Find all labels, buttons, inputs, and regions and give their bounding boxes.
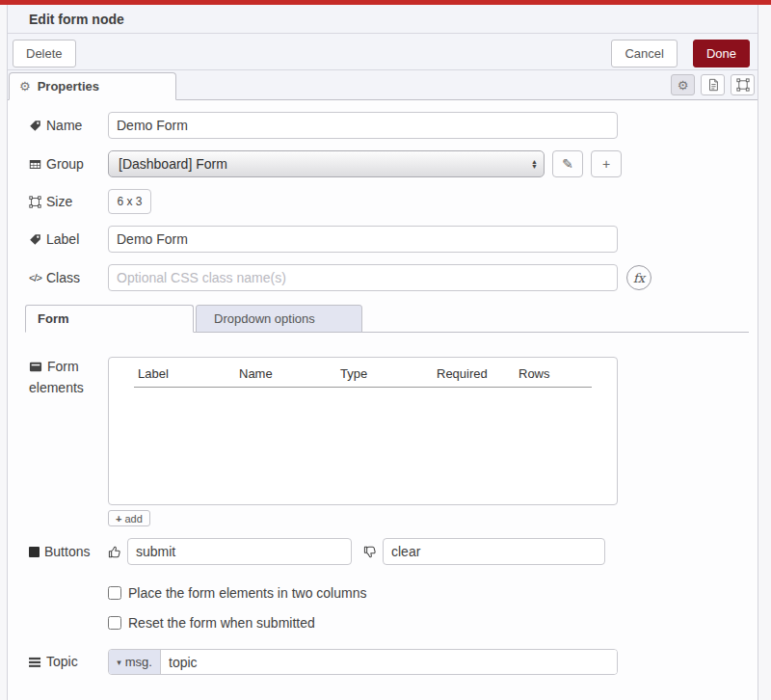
- class-input[interactable]: [108, 264, 618, 291]
- cancel-button[interactable]: Cancel: [611, 40, 677, 67]
- tag-icon: [29, 120, 41, 132]
- object-group-icon: [736, 78, 750, 92]
- topic-row: Topic ▾ msg.: [29, 649, 748, 675]
- column-header-required: Required: [437, 366, 518, 381]
- fx-icon: fx: [633, 271, 645, 285]
- edit-node-tray: Edit form node Delete Cancel Done ⚙ Prop…: [7, 5, 758, 700]
- name-label: Name: [29, 118, 108, 134]
- add-group-button[interactable]: +: [591, 150, 622, 177]
- gear-icon: ⚙: [19, 79, 31, 94]
- column-header-type: Type: [340, 366, 437, 381]
- form-elements-table-header: Label Name Type Required Rows: [109, 366, 617, 387]
- document-icon: [706, 78, 720, 92]
- column-header-label: Label: [138, 366, 239, 381]
- editor-mode-buttons: ⚙: [671, 74, 755, 95]
- form-elements-row: Form elements Label Name Type Required R…: [29, 357, 748, 526]
- form-elements-empty-list[interactable]: [109, 388, 617, 494]
- object-group-icon: [29, 196, 41, 208]
- reset-option: Reset the form when submitted: [108, 615, 748, 631]
- pencil-icon: ✎: [562, 156, 573, 172]
- column-header-name: Name: [239, 366, 340, 381]
- toolbar-right-group: Cancel Done: [611, 40, 750, 67]
- tab-properties[interactable]: ⚙ Properties: [9, 72, 176, 100]
- form-elements-editor: Label Name Type Required Rows + add: [108, 357, 618, 526]
- topic-input[interactable]: [161, 650, 617, 674]
- select-stepper-icon: ▲ ▼: [531, 159, 538, 169]
- description-button[interactable]: [701, 74, 725, 95]
- group-label: Group: [29, 156, 108, 173]
- reset-checkbox[interactable]: [108, 616, 121, 630]
- reset-label[interactable]: Reset the form when submitted: [128, 615, 315, 631]
- properties-gear-button[interactable]: ⚙: [671, 74, 695, 95]
- square-icon: [29, 547, 40, 557]
- form-elements-label: Form elements: [29, 359, 108, 396]
- form-tab-bar: Form Dropdown options: [25, 305, 749, 333]
- caret-down-icon: ▾: [117, 658, 121, 667]
- column-header-rows: Rows: [518, 366, 592, 381]
- gear-icon: ⚙: [678, 78, 689, 93]
- dialog-title: Edit form node: [8, 5, 758, 34]
- size-button[interactable]: 6 x 3: [108, 189, 151, 214]
- properties-panel: Name Group [Dashboard] Form: [8, 100, 758, 700]
- delete-button[interactable]: Delete: [13, 40, 76, 67]
- thumbs-up-icon: [108, 545, 122, 559]
- two-columns-option: Place the form elements in two columns: [108, 585, 748, 601]
- group-select[interactable]: [Dashboard] Form ▲ ▼: [108, 150, 545, 177]
- tab-form[interactable]: Form: [25, 305, 194, 333]
- name-input[interactable]: [108, 112, 618, 139]
- two-columns-checkbox[interactable]: [108, 586, 121, 600]
- label-input[interactable]: [108, 226, 618, 253]
- class-label: </> Class: [29, 270, 108, 286]
- tab-properties-label: Properties: [38, 79, 99, 94]
- dialog-tab-bar: ⚙ Properties ⚙: [8, 70, 758, 100]
- topic-type-selector[interactable]: ▾ msg.: [109, 650, 161, 674]
- table-icon: [29, 158, 41, 171]
- tag-icon: [29, 233, 41, 246]
- submit-button-text-input[interactable]: [127, 538, 352, 565]
- thumbs-down-icon: [363, 545, 378, 559]
- group-row: Group [Dashboard] Form ▲ ▼ ✎ +: [29, 150, 748, 177]
- topic-typed-input: ▾ msg.: [108, 649, 618, 675]
- name-row: Name: [29, 112, 748, 139]
- form-elements-table: Label Name Type Required Rows: [108, 357, 618, 505]
- label-label: Label: [29, 231, 108, 248]
- appearance-button[interactable]: [731, 74, 755, 95]
- dialog-toolbar: Delete Cancel Done: [8, 34, 758, 70]
- edit-group-button[interactable]: ✎: [552, 150, 583, 177]
- group-select-value: [Dashboard] Form: [119, 156, 531, 172]
- expression-fx-button[interactable]: fx: [626, 265, 651, 290]
- size-label: Size: [29, 194, 108, 210]
- label-row: Label: [29, 226, 748, 253]
- done-button[interactable]: Done: [693, 40, 750, 67]
- class-row: </> Class fx: [29, 264, 748, 291]
- plus-icon: +: [602, 156, 610, 172]
- size-row: Size 6 x 3: [29, 189, 748, 214]
- two-columns-label[interactable]: Place the form elements in two columns: [128, 585, 366, 601]
- add-element-button[interactable]: + add: [108, 510, 150, 526]
- topic-type-label: msg.: [125, 655, 152, 669]
- top-red-bar: [0, 0, 771, 5]
- topic-label: Topic: [29, 654, 108, 670]
- clear-button-text-input[interactable]: [383, 538, 605, 565]
- plus-icon: +: [116, 513, 121, 525]
- code-icon: </>: [29, 270, 41, 286]
- buttons-label: Buttons: [29, 544, 108, 560]
- tab-dropdown-options[interactable]: Dropdown options: [196, 305, 362, 333]
- buttons-row: Buttons: [29, 538, 748, 565]
- tasks-icon: [29, 657, 41, 668]
- list-alt-icon: [29, 361, 42, 373]
